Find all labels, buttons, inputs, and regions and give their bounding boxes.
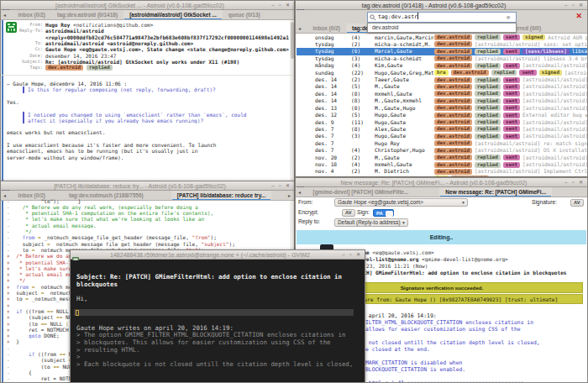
thread-row[interactable]: des. 7Hugo Roydev.astroid[astroidmail/as…	[297, 140, 587, 147]
thread-row[interactable]: des. 9(11)Hugo,Gautedev.astroidrepliedse…	[297, 119, 587, 126]
window-buttons[interactable]: ‒ ▫ ✕	[564, 178, 585, 187]
thread-row[interactable]: sundag(22)Hugo,Gaute,Greg,Matt.bradev.as…	[297, 70, 587, 76]
thread-row[interactable]: des. 13(8)M.,Gaute,Hugodev.astroidreplie…	[297, 105, 587, 112]
tab-1[interactable]: tag:dev.astroid (0/1418)	[51, 10, 123, 20]
tag-chip: sent	[503, 98, 520, 104]
tab-0[interactable]: inbox (0/2)	[307, 24, 346, 34]
thread-authors: micha-a-schmidt,M.	[375, 41, 433, 48]
from-select[interactable]: Gaute Hope <eg@gaute.vetsj.com> ▼	[334, 198, 468, 207]
window-buttons[interactable]: ‒ ▫ ✕	[271, 181, 291, 191]
thread-row[interactable]: des. 7(4)Christopher,Hugodev.astroid[ast…	[297, 147, 587, 154]
tag-chip: signed	[522, 34, 545, 40]
tabs-br: [gmime-devel] [PATCH] GMimeFilte...New m…	[307, 187, 552, 197]
replyto-select[interactable]: Default (Reply-to address) ▼	[334, 218, 408, 227]
tag-chip: replied	[475, 162, 501, 168]
titlebar-patch-view[interactable]: [PATCH] lib/database: reduce try... - As…	[1, 181, 294, 191]
clear-search-icon[interactable]: ⊗	[507, 14, 513, 21]
thread-row[interactable]: tysdag(6)Marcel,Gautedev.astroidreplieds…	[297, 48, 587, 55]
thread-row[interactable]: nov. 18(4)mxmehl,Gautedev.astroidreplied…	[297, 161, 587, 168]
thread-subject: Astroid AUR package out of date	[548, 34, 587, 40]
thread-authors: Taeer,Gaute	[375, 76, 433, 83]
tag-chip: replied	[475, 49, 501, 55]
thread-count: (11)	[351, 119, 375, 126]
gvim-text-area[interactable]: Subject: Re: [PATCH] GMimeFilterHtml: ad…	[71, 260, 364, 382]
thread-row[interactable]: nov. 4(2)M. Dietrichdev.astroid[astroidm…	[297, 168, 587, 175]
thread-count: (4)	[351, 147, 375, 154]
signature-toggle[interactable]: AV	[570, 199, 584, 207]
tab-scroll-left-icon[interactable]: ◂	[296, 24, 303, 34]
titlebar-thread-list[interactable]: tag:dev.astroid (0/1418) - Astroid (v0.6…	[296, 1, 587, 10]
tag-chip: dev.astroid	[434, 105, 472, 111]
thread-row[interactable]: des. 14(8)mxmehl,Gautedev.astroidreplied…	[297, 91, 587, 97]
thread-count: (8)	[351, 91, 375, 97]
sign-toggle[interactable]: PA	[373, 209, 394, 217]
thread-date: nov. 18	[315, 161, 349, 168]
thread-row[interactable]: måndag(4)Kim,Gautedev.astroidrepliedsent…	[297, 62, 587, 69]
thread-subject: [astroidmail/astroid] libsass 3.4 breaks…	[475, 55, 587, 61]
tag-chip: sent	[503, 49, 520, 55]
tab-0[interactable]: inbox (0/2)	[12, 10, 51, 20]
header-label: Tags:	[4, 65, 43, 71]
tag-chip[interactable]: replied	[87, 65, 113, 71]
tag-chip: replied	[475, 155, 501, 160]
tag-chip: dev.astroid	[434, 49, 472, 55]
thread-view-content: From:Hugo Roy <notifications@github.com>…	[1, 20, 294, 181]
header-separator	[1, 75, 294, 76]
titlebar-gvim[interactable]: 1482488438.r59tdmer1e.astroid@strange.no…	[71, 250, 365, 260]
thread-row[interactable]: tysdag(3)micha-a-schmidtdev.astroid[astr…	[297, 55, 587, 62]
window-buttons[interactable]: ‒ ▫ ✕	[564, 1, 585, 10]
tab-scroll-left-icon[interactable]: ◂	[1, 10, 8, 20]
tag-chip: dev.astroid	[434, 148, 472, 154]
tag-chip: dev.astroid	[434, 98, 472, 104]
window-thread-list: tag:dev.astroid (0/1418) - Astroid (v0.6…	[295, 0, 588, 177]
autocomplete-item[interactable]: dev.astroid	[372, 24, 398, 30]
scrollbar-thumb[interactable]	[291, 22, 294, 59]
switch-knob	[386, 211, 393, 217]
thread-row[interactable]: des. 14(2)Taeer,Gautedev.astroidreplieds…	[297, 76, 587, 83]
gvim-text-line: > The option GMIME_FILTER_HTML_BLOCKQUOT…	[76, 332, 364, 339]
tab-0[interactable]: [gmime-devel] [PATCH] GMimeFilte...	[307, 187, 414, 197]
thread-row[interactable]: des. 7(8)Alex,Gautedev.astroidrepliedsen…	[297, 126, 587, 133]
tab-2[interactable]: [astroidmail/astroid] GtkSocket ...	[123, 10, 223, 20]
header-value: Gaute Hope <eg@gaute.vetsj.com>, State c…	[45, 46, 289, 52]
tab-3[interactable]: queue (0/13)	[223, 10, 266, 20]
text-cursor	[76, 310, 79, 316]
thread-date: tysdag	[315, 55, 349, 62]
tag-chip: dev.astroid	[434, 34, 472, 40]
tag-chip: dev.astroid	[434, 162, 472, 168]
search-input[interactable]: tag:dev.astr ⊗	[367, 12, 517, 23]
tag-chip: replied	[475, 134, 501, 139]
titlebar-thread-view[interactable]: [astroidmail/astroid] GtkSocket ... - As…	[1, 1, 294, 10]
thread-row[interactable]: onsdag(4)marcin,Gaute,Marcindev.astroidr…	[297, 34, 587, 41]
thread-row[interactable]: nov. 20(2)M.,Gautedev.astroidrepliedsent…	[297, 155, 587, 161]
thread-row[interactable]: des. 14(5)M.,Gautedev.astroidrepliedsent…	[297, 83, 587, 90]
search-close-button[interactable]: ✕	[575, 11, 582, 22]
encrypt-toggle[interactable]: AV	[342, 209, 355, 217]
search-autocomplete-dropdown[interactable]: dev.astroid	[367, 23, 517, 33]
window-title: tag:dev.astroid (0/1418) - Astroid (v0.6…	[306, 1, 562, 10]
header-value: Gaute Hope <eg@gaute.vetsj.com>	[339, 249, 582, 255]
thread-subject: [astroidmail/astroid] Sent folder (#211)	[522, 161, 587, 167]
thread-subject: [astroidmail/astroid] Packaging for Fedo…	[522, 126, 587, 132]
encrypt-label: Encrypt:	[298, 208, 318, 217]
body-text-line: emacs works but not emacsclient.	[7, 129, 287, 135]
window-buttons[interactable]: ‒ ▫ ✕	[342, 250, 362, 260]
titlebar-compose[interactable]: New message: Re: [PATCH] GMimeFi... - As…	[296, 178, 587, 187]
sign-toggle-label: PA	[376, 210, 383, 217]
window-buttons[interactable]: ‒ ▫ ✕	[271, 1, 291, 10]
tag-chip: replied	[475, 98, 501, 104]
diff-line: - * let's make sure that what we're look…	[1, 216, 289, 222]
tag-chip[interactable]: dev.astroid	[45, 65, 83, 71]
thread-row[interactable]: des. 14(8)M.,Gaute,mxmehldev.astroidrepl…	[297, 97, 587, 104]
tab-scroll-left-icon[interactable]: ◂	[296, 187, 303, 197]
thread-row[interactable]: des. 12(5)Hugo,Gautedev.astroidrepliedse…	[297, 112, 587, 118]
thread-count: (8)	[351, 105, 375, 112]
thread-row[interactable]: des. 7(3)Hugo,Gautedev.astroidrepliedsen…	[297, 133, 587, 139]
scrollbar-track[interactable]	[290, 20, 294, 181]
thread-row[interactable]: tysdag(2)micha-a-schmidt,M.dev.astroid[a…	[297, 41, 587, 48]
window-title: New message: Re: [PATCH] GMimeFi... - As…	[306, 178, 562, 187]
tag-chip: dev.astroid	[451, 70, 489, 76]
tab-1[interactable]: New message: Re: [PATCH] GMimeFi...	[439, 187, 552, 197]
header-value: Re: [PATCH] GMimeFilterHtml: add option …	[339, 270, 582, 275]
tag-chip: sent	[503, 34, 520, 40]
